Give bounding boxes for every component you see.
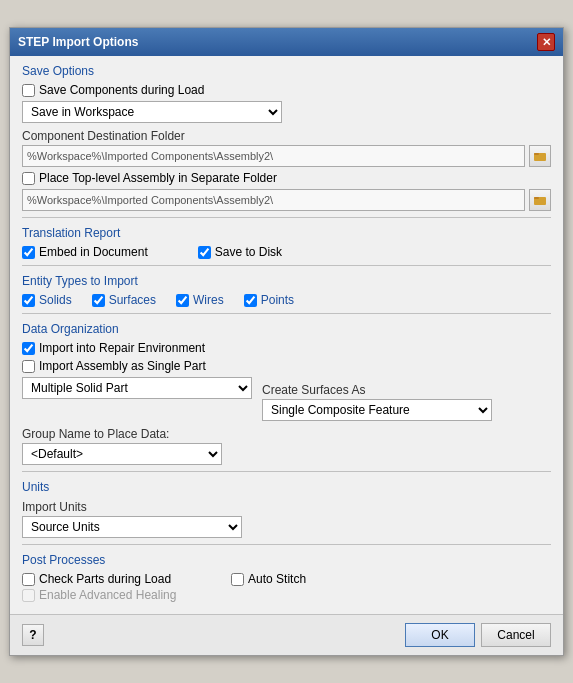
help-button[interactable]: ? xyxy=(22,624,44,646)
entity-types-label: Entity Types to Import xyxy=(22,274,551,288)
cancel-button[interactable]: Cancel xyxy=(481,623,551,647)
wires-item: Wires xyxy=(176,293,224,307)
place-top-level-label: Place Top-level Assembly in Separate Fol… xyxy=(39,171,277,185)
save-options-label: Save Options xyxy=(22,64,551,78)
enable-healing-label: Enable Advanced Healing xyxy=(39,588,176,602)
svg-rect-1 xyxy=(534,153,539,155)
auto-stitch-item: Auto Stitch xyxy=(231,572,306,586)
create-surfaces-dropdown[interactable]: Single Composite Feature Individual Surf… xyxy=(262,399,492,421)
ok-cancel-row: OK Cancel xyxy=(405,623,551,647)
divider-5 xyxy=(22,544,551,545)
source-dropdown-row: Source Units Millimeters Inches Centimet… xyxy=(22,516,551,538)
multiple-solid-dropdown-row: Multiple Solid Part Single Solid Part xyxy=(22,377,252,399)
post-processes-label: Post Processes xyxy=(22,553,551,567)
folder-path-input[interactable] xyxy=(22,145,525,167)
component-destination-label: Component Destination Folder xyxy=(22,129,551,143)
embed-doc-checkbox[interactable] xyxy=(22,246,35,259)
surfaces-checkbox[interactable] xyxy=(92,294,105,307)
solids-item: Solids xyxy=(22,293,72,307)
enable-healing-row: Enable Advanced Healing xyxy=(22,588,551,602)
check-parts-label: Check Parts during Load xyxy=(39,572,171,586)
browse-button-1[interactable] xyxy=(529,145,551,167)
points-item: Points xyxy=(244,293,294,307)
import-repair-checkbox[interactable] xyxy=(22,342,35,355)
group-name-dropdown-row: <Default> None xyxy=(22,443,551,465)
step-import-dialog: STEP Import Options ✕ Save Options Save … xyxy=(9,27,564,656)
import-repair-label: Import into Repair Environment xyxy=(39,341,205,355)
bottom-bar: ? OK Cancel xyxy=(10,614,563,655)
close-button[interactable]: ✕ xyxy=(537,33,555,51)
divider-4 xyxy=(22,471,551,472)
folder-path2-input[interactable] xyxy=(22,189,525,211)
divider-3 xyxy=(22,313,551,314)
wires-checkbox[interactable] xyxy=(176,294,189,307)
check-parts-checkbox[interactable] xyxy=(22,573,35,586)
browse-button-2[interactable] xyxy=(529,189,551,211)
data-org-left: Import Assembly as Single Part Multiple … xyxy=(22,359,252,403)
save-to-disk-item: Save to Disk xyxy=(198,245,282,259)
source-units-dropdown[interactable]: Source Units Millimeters Inches Centimet… xyxy=(22,516,242,538)
surfaces-item: Surfaces xyxy=(92,293,156,307)
ok-button[interactable]: OK xyxy=(405,623,475,647)
multiple-solid-dropdown[interactable]: Multiple Solid Part Single Solid Part xyxy=(22,377,252,399)
check-parts-item: Check Parts during Load xyxy=(22,572,171,586)
group-name-label: Group Name to Place Data: xyxy=(22,427,551,441)
import-units-label: Import Units xyxy=(22,500,551,514)
auto-stitch-checkbox[interactable] xyxy=(231,573,244,586)
save-workspace-dropdown-row: Save in Workspace Save Locally Do Not Sa… xyxy=(22,101,551,123)
folder-path2-row xyxy=(22,189,551,211)
save-workspace-dropdown[interactable]: Save in Workspace Save Locally Do Not Sa… xyxy=(22,101,282,123)
translation-report-row: Embed in Document Save to Disk xyxy=(22,245,551,259)
save-to-disk-checkbox[interactable] xyxy=(198,246,211,259)
embed-doc-label: Embed in Document xyxy=(39,245,148,259)
wires-label: Wires xyxy=(193,293,224,307)
solids-checkbox[interactable] xyxy=(22,294,35,307)
entity-types-row: Solids Surfaces Wires Points xyxy=(22,293,551,307)
data-org-label: Data Organization xyxy=(22,322,551,336)
import-assembly-label: Import Assembly as Single Part xyxy=(39,359,206,373)
import-repair-row: Import into Repair Environment xyxy=(22,341,551,355)
solids-label: Solids xyxy=(39,293,72,307)
embed-doc-item: Embed in Document xyxy=(22,245,148,259)
auto-stitch-label: Auto Stitch xyxy=(248,572,306,586)
folder-path-row xyxy=(22,145,551,167)
save-to-disk-label: Save to Disk xyxy=(215,245,282,259)
post-processes-row1: Check Parts during Load Auto Stitch xyxy=(22,572,551,586)
place-top-level-checkbox[interactable] xyxy=(22,172,35,185)
group-name-dropdown[interactable]: <Default> None xyxy=(22,443,222,465)
divider-1 xyxy=(22,217,551,218)
save-components-label: Save Components during Load xyxy=(39,83,204,97)
dialog-body: Save Options Save Components during Load… xyxy=(10,56,563,614)
translation-report-label: Translation Report xyxy=(22,226,551,240)
save-components-row: Save Components during Load xyxy=(22,83,551,97)
points-label: Points xyxy=(261,293,294,307)
enable-healing-checkbox[interactable] xyxy=(22,589,35,602)
points-checkbox[interactable] xyxy=(244,294,257,307)
folder-icon xyxy=(534,150,546,162)
svg-rect-3 xyxy=(534,197,539,199)
surfaces-label: Surfaces xyxy=(109,293,156,307)
place-top-level-row: Place Top-level Assembly in Separate Fol… xyxy=(22,171,551,185)
units-label: Units xyxy=(22,480,551,494)
group-name-section: Group Name to Place Data: <Default> None xyxy=(22,427,551,465)
folder-icon-2 xyxy=(534,194,546,206)
create-surfaces-label: Create Surfaces As xyxy=(262,383,492,397)
import-assembly-row: Import Assembly as Single Part xyxy=(22,359,252,373)
data-org-right: Create Surfaces As Single Composite Feat… xyxy=(262,377,492,421)
import-assembly-checkbox[interactable] xyxy=(22,360,35,373)
dialog-title: STEP Import Options xyxy=(18,35,138,49)
data-org-body: Import Assembly as Single Part Multiple … xyxy=(22,359,551,421)
save-components-checkbox[interactable] xyxy=(22,84,35,97)
divider-2 xyxy=(22,265,551,266)
title-bar: STEP Import Options ✕ xyxy=(10,28,563,56)
